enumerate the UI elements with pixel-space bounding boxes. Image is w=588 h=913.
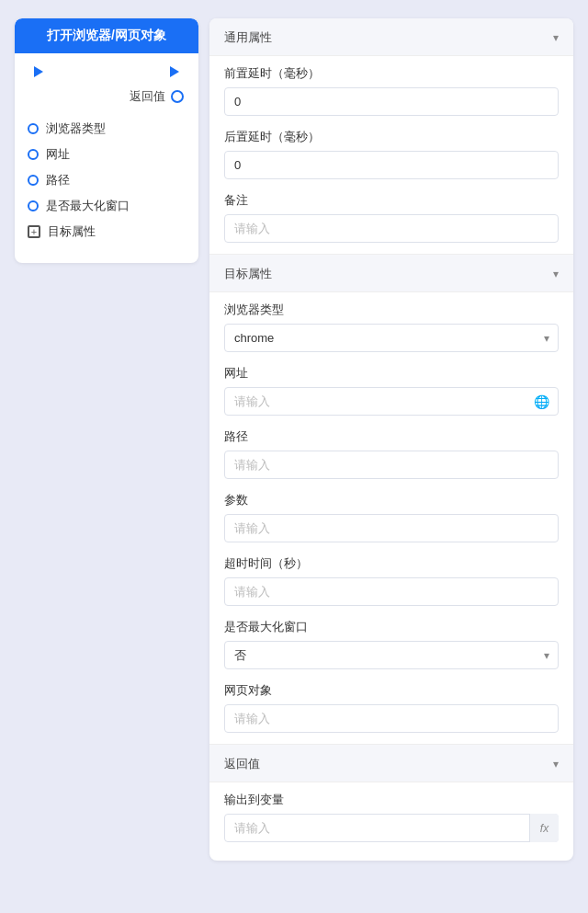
left-panel-items: 浏览器类型 网址 路径 是否最大化窗口 + 目标属性: [15, 112, 198, 248]
select-browser-type[interactable]: chrome firefox edge: [224, 324, 559, 352]
return-value-row: 返回值: [15, 85, 198, 112]
input-pre-delay[interactable]: [224, 87, 559, 116]
dot-circle-icon-2: [28, 175, 39, 186]
field-maximize: 是否最大化窗口 否 是 ▾: [209, 610, 573, 673]
input-post-delay[interactable]: [224, 151, 559, 179]
section-general-header[interactable]: 通用属性 ▾: [209, 18, 573, 56]
section-return-title: 返回值: [224, 756, 260, 772]
label-remark: 备注: [224, 192, 559, 209]
return-value-label: 返回值: [130, 88, 165, 105]
label-url: 网址: [224, 365, 559, 382]
plus-square-icon: +: [28, 225, 40, 238]
left-item-path: 路径: [28, 167, 186, 193]
field-url: 网址 🌐: [209, 356, 573, 419]
chevron-return-icon: ▾: [553, 758, 559, 770]
input-output-var-wrap: fx: [224, 814, 559, 842]
select-wrap-browser-type: chrome firefox edge ▾: [224, 324, 559, 352]
svg-marker-0: [34, 66, 43, 77]
field-remark: 备注: [209, 183, 573, 246]
select-wrap-maximize: 否 是 ▾: [224, 641, 559, 669]
select-maximize[interactable]: 否 是: [224, 641, 559, 669]
globe-icon: 🌐: [534, 394, 549, 409]
section-general-title: 通用属性: [224, 29, 272, 46]
left-item-target-props: + 目标属性: [28, 219, 186, 245]
left-item-label-1: 网址: [46, 146, 70, 163]
section-return-header[interactable]: 返回值 ▾: [209, 745, 573, 782]
field-browser-type: 浏览器类型 chrome firefox edge ▾: [209, 292, 573, 356]
input-url-wrap: 🌐: [224, 387, 559, 416]
left-panel-title: 打开浏览器/网页对象: [15, 18, 198, 53]
field-pre-delay: 前置延时（毫秒）: [209, 56, 573, 120]
label-pre-delay: 前置延时（毫秒）: [224, 65, 559, 82]
field-post-delay: 后置延时（毫秒）: [209, 120, 573, 183]
left-item-browser-type: 浏览器类型: [28, 116, 186, 142]
input-web-object[interactable]: [224, 704, 559, 733]
left-item-label-3: 是否最大化窗口: [46, 198, 130, 214]
play-left-icon[interactable]: [29, 63, 48, 81]
label-post-delay: 后置延时（毫秒）: [224, 129, 559, 145]
section-target-header[interactable]: 目标属性 ▾: [209, 255, 573, 292]
dot-circle-icon-1: [28, 149, 39, 160]
play-right-icon[interactable]: [165, 63, 184, 81]
input-url[interactable]: [224, 387, 559, 416]
input-path[interactable]: [224, 451, 559, 479]
left-item-label-2: 路径: [46, 172, 70, 188]
right-panel: 通用属性 ▾ 前置延时（毫秒） 后置延时（毫秒） 备注 目标属性 ▾ 浏览器类型…: [209, 18, 573, 861]
section-target-title: 目标属性: [224, 266, 272, 282]
field-output-var: 输出到变量 fx: [209, 782, 573, 846]
left-item-maximize: 是否最大化窗口: [28, 193, 186, 219]
fx-badge[interactable]: fx: [529, 814, 559, 842]
input-params[interactable]: [224, 514, 559, 542]
left-item-label-4: 目标属性: [48, 223, 96, 240]
field-web-object: 网页对象: [209, 673, 573, 736]
left-item-label-0: 浏览器类型: [46, 120, 106, 137]
label-maximize: 是否最大化窗口: [224, 619, 559, 635]
dot-circle-icon-3: [28, 200, 39, 211]
chevron-target-icon: ▾: [553, 268, 559, 280]
dot-circle-icon-0: [28, 123, 39, 134]
label-params: 参数: [224, 492, 559, 508]
svg-marker-1: [170, 66, 179, 77]
label-browser-type: 浏览器类型: [224, 302, 559, 318]
chevron-general-icon: ▾: [553, 31, 559, 44]
label-timeout: 超时时间（秒）: [224, 555, 559, 572]
label-web-object: 网页对象: [224, 682, 559, 699]
left-panel-icons: [15, 53, 198, 85]
field-params: 参数: [209, 483, 573, 546]
return-value-circle: [171, 90, 184, 103]
input-remark[interactable]: [224, 214, 559, 243]
left-panel: 打开浏览器/网页对象 返回值 浏览器类型 网址 路径: [15, 18, 198, 263]
field-path: 路径: [209, 419, 573, 483]
input-output-var[interactable]: [224, 814, 559, 842]
input-timeout[interactable]: [224, 577, 559, 606]
label-path: 路径: [224, 428, 559, 445]
label-output-var: 输出到变量: [224, 792, 559, 808]
field-timeout: 超时时间（秒）: [209, 546, 573, 610]
left-item-url: 网址: [28, 142, 186, 167]
